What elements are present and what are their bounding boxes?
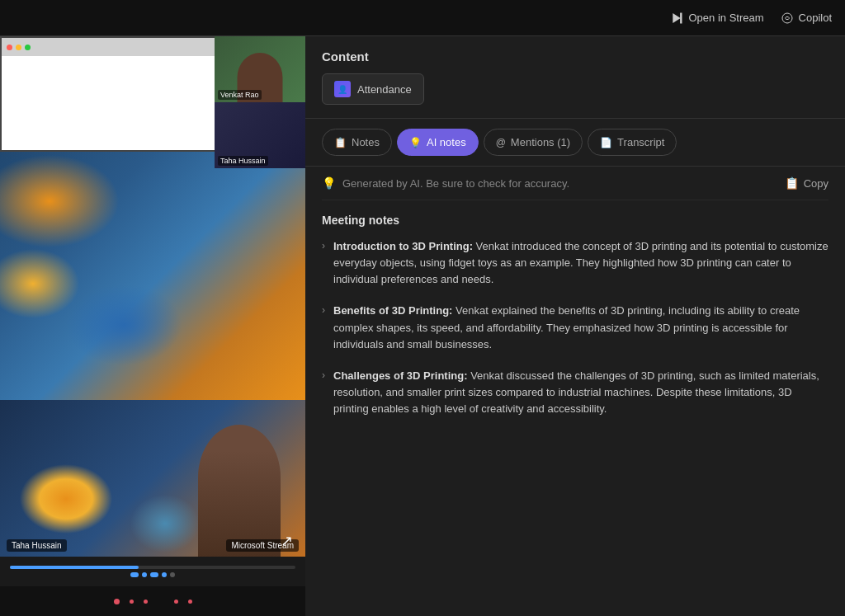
note-item-2: › Benefits of 3D Printing: Venkat explai… <box>322 303 828 352</box>
bottom-controls <box>0 586 305 616</box>
note-chevron-1: › <box>322 240 325 252</box>
speaker-avatar <box>198 425 281 557</box>
note-text-3: Challenges of 3D Printing: Venkat discus… <box>333 368 828 417</box>
transcript-tab-icon: 📄 <box>600 137 612 148</box>
bottom-video: Taha Hussain Microsoft Stream <box>0 400 305 557</box>
speaker-name: Taha Hussain <box>7 539 67 552</box>
stream-icon <box>670 12 683 25</box>
note-title-1: Introduction to 3D Printing: <box>333 240 473 252</box>
attendance-text: Attendance <box>357 83 412 96</box>
svg-point-2 <box>782 13 792 23</box>
note-title-3: Challenges of 3D Printing: <box>333 369 468 382</box>
copy-button[interactable]: 📋 Copy <box>785 176 828 190</box>
participant-thumb-2: Taha Hussain <box>215 102 305 168</box>
ai-disclaimer-text: Generated by AI. Be sure to check for ac… <box>342 177 569 190</box>
ms-stream-badge: Microsoft Stream <box>226 539 299 552</box>
ai-notes-area[interactable]: 💡 Generated by AI. Be sure to check for … <box>305 167 845 616</box>
open-in-stream-button[interactable]: Open in Stream <box>670 12 763 25</box>
copilot-label: Copilot <box>799 12 832 24</box>
mentions-tab-label: Mentions (1) <box>511 136 570 148</box>
content-section: Content Attendance <box>305 36 845 119</box>
copy-icon: 📋 <box>785 176 799 190</box>
ai-notes-tab-icon: 💡 <box>409 137 422 148</box>
copilot-icon <box>781 12 794 25</box>
progress-dot-5 <box>170 572 175 577</box>
progress-dot-2 <box>142 572 147 577</box>
note-chevron-3: › <box>322 369 325 381</box>
left-panel: Venkat Rao Taha Hussain Taha Hussain Mic… <box>0 36 305 616</box>
svg-rect-1 <box>681 13 682 23</box>
right-panel: Content Attendance 📋 Notes 💡 AI notes @ <box>305 36 845 616</box>
open-in-stream-label: Open in Stream <box>688 12 763 24</box>
progress-bar-track[interactable] <box>10 566 295 569</box>
transcript-tab-label: Transcript <box>617 136 664 148</box>
control-dot-red-sm-4 <box>188 600 192 604</box>
top-bar: Open in Stream Copilot <box>0 0 845 36</box>
tab-notes[interactable]: 📋 Notes <box>322 129 392 156</box>
ai-notes-tab-label: AI notes <box>427 136 466 148</box>
note-title-2: Benefits of 3D Printing: <box>333 304 452 317</box>
meeting-notes-title: Meeting notes <box>322 214 828 227</box>
tab-mentions[interactable]: @ Mentions (1) <box>484 129 583 156</box>
control-dot-red-sm-2 <box>144 600 148 604</box>
note-item-1: › Introduction to 3D Printing: Venkat in… <box>322 238 828 288</box>
notes-tab-icon: 📋 <box>334 137 347 148</box>
attendance-pill[interactable]: Attendance <box>322 73 424 105</box>
participant-2-name: Taha Hussain <box>218 156 268 166</box>
browser-max-dot <box>25 45 31 50</box>
note-chevron-2: › <box>322 304 325 316</box>
attendance-icon <box>334 81 351 97</box>
copy-label: Copy <box>804 177 828 190</box>
tab-ai-notes[interactable]: 💡 AI notes <box>397 129 479 156</box>
control-dot-red <box>114 599 120 604</box>
tab-transcript[interactable]: 📄 Transcript <box>588 129 677 156</box>
progress-area <box>0 557 305 586</box>
content-title: Content <box>322 49 828 63</box>
progress-dots <box>10 572 295 577</box>
disclaimer-bulb-icon: 💡 <box>322 176 336 190</box>
participant-1-name: Venkat Rao <box>218 90 262 100</box>
browser-min-dot <box>16 45 21 50</box>
ai-disclaimer-bar: 💡 Generated by AI. Be sure to check for … <box>322 167 828 200</box>
note-item-3: › Challenges of 3D Printing: Venkat disc… <box>322 368 828 417</box>
svg-marker-0 <box>673 13 681 23</box>
notes-tab-label: Notes <box>352 136 380 148</box>
browser-close-dot <box>7 45 12 50</box>
note-text-2: Benefits of 3D Printing: Venkat explaine… <box>333 303 828 352</box>
main-layout: Venkat Rao Taha Hussain Taha Hussain Mic… <box>0 36 845 616</box>
progress-dot-3 <box>150 572 158 577</box>
participant-thumb-1: Venkat Rao <box>215 36 305 102</box>
progress-bar-fill <box>10 566 139 569</box>
tabs-section: 📋 Notes 💡 AI notes @ Mentions (1) 📄 Tran… <box>305 119 845 167</box>
control-dot-red-sm <box>130 600 134 604</box>
progress-dot-1 <box>130 572 139 577</box>
control-dot-red-sm-3 <box>174 600 178 604</box>
note-text-1: Introduction to 3D Printing: Venkat intr… <box>333 238 828 288</box>
main-video: Venkat Rao Taha Hussain <box>0 36 305 400</box>
mentions-tab-icon: @ <box>496 137 506 148</box>
participant-thumbnails: Venkat Rao Taha Hussain <box>215 36 305 168</box>
copilot-button[interactable]: Copilot <box>781 12 832 25</box>
ai-disclaimer-left: 💡 Generated by AI. Be sure to check for … <box>322 176 569 190</box>
tabs-row: 📋 Notes 💡 AI notes @ Mentions (1) 📄 Tran… <box>322 129 828 156</box>
progress-dot-4 <box>162 572 167 577</box>
